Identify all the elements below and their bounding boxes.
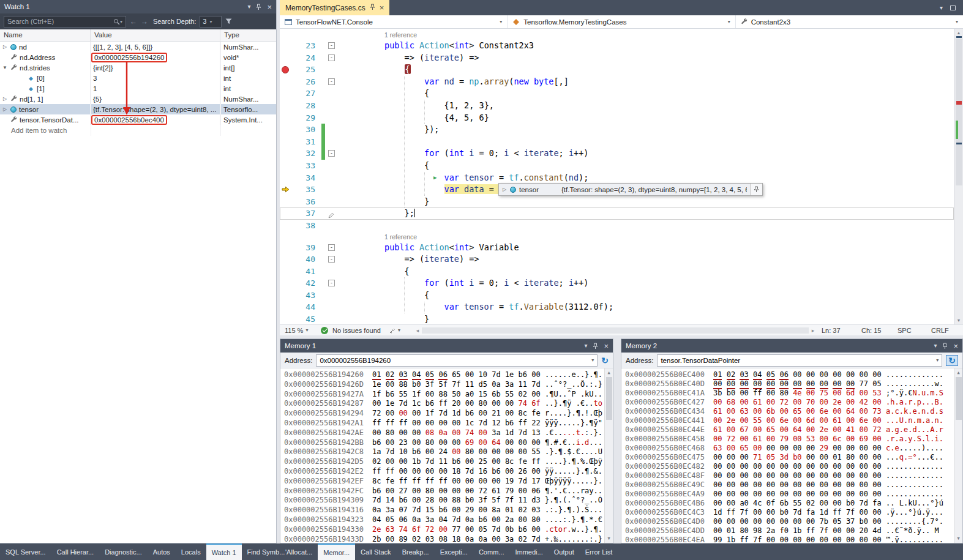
breakpoint-margin[interactable]: [280, 184, 292, 196]
close-icon[interactable]: ×: [604, 342, 609, 350]
memory-row[interactable]: 0x000002556B1942E2ff ff 00 00 00 00 18 7…: [284, 467, 603, 477]
code-text[interactable]: });: [337, 124, 954, 136]
run-to-cursor-icon[interactable]: ▶: [433, 172, 437, 184]
code-text[interactable]: }: [337, 196, 954, 208]
breakpoint-margin[interactable]: [280, 100, 292, 112]
window-position-icon[interactable]: ▾: [934, 343, 937, 349]
line-number[interactable]: 41: [292, 266, 321, 278]
line-number[interactable]: 43: [292, 289, 321, 302]
memory-row[interactable]: 0x000002556B1943097d 14 b6 00 28 00 88 b…: [284, 496, 603, 506]
scrollbar-thumb[interactable]: [606, 377, 612, 420]
scrollbar-thumb[interactable]: [956, 39, 962, 185]
line-number[interactable]: 35: [292, 184, 321, 196]
memory-row[interactable]: 0x000002556B0EC4A900 00 00 00 00 00 00 0…: [625, 490, 953, 499]
line-number[interactable]: 25: [292, 64, 321, 76]
window-position-icon[interactable]: ▾: [584, 343, 587, 349]
health-check-icon[interactable]: [321, 327, 328, 334]
memory2-address-input[interactable]: tensor.TensorDataPointer ▾: [657, 354, 942, 367]
line-number[interactable]: 40: [292, 253, 321, 266]
datatip-pin-icon[interactable]: [750, 184, 762, 195]
expander-icon[interactable]: ▷: [2, 106, 8, 112]
line-number[interactable]: 36: [292, 196, 321, 208]
zoom-select[interactable]: 115 %▾: [285, 327, 317, 334]
line-number[interactable]: 30: [292, 124, 321, 136]
memory1-title-bar[interactable]: Memory 1 ▾ ×: [280, 339, 613, 353]
memory-row[interactable]: 0x000002556B0EC40D00 00 00 00 00 00 00 0…: [625, 379, 953, 389]
bottom-tab-allocat[interactable]: 'Allocat...: [280, 543, 318, 560]
watch-row[interactable]: ◆[1]1int: [0, 83, 276, 94]
memory-row[interactable]: 0x000002556B1942BBb6 00 23 00 80 00 00 6…: [284, 438, 603, 448]
scroll-up-icon[interactable]: ▲: [954, 370, 962, 375]
memory-row[interactable]: 0x000002556B0EC48F00 00 00 00 00 00 00 0…: [625, 471, 953, 480]
breakpoint-margin[interactable]: [280, 52, 292, 64]
memory2-title-bar[interactable]: Memory 2 ▾ ×: [621, 339, 962, 353]
code-text[interactable]: => (iterate) =>: [337, 253, 954, 266]
fold-toggle[interactable]: -: [328, 256, 335, 263]
memory-row[interactable]: 0x000002556B19429472 00 00 00 1f 7d 1d b…: [284, 409, 603, 419]
bottom-tab-sql-server[interactable]: SQL Server...: [0, 543, 51, 560]
line-number[interactable]: 45: [292, 313, 321, 324]
watch-row[interactable]: tensor.TensorDat...0x000002556b0ec400Sys…: [0, 114, 276, 125]
fold-toggle[interactable]: -: [328, 150, 335, 157]
breakpoint-margin[interactable]: [280, 147, 292, 160]
breakpoint-margin[interactable]: [280, 277, 292, 289]
search-options-icon[interactable]: ▾: [120, 19, 122, 24]
line-number[interactable]: 32: [292, 147, 321, 160]
pin-icon[interactable]: [593, 343, 598, 349]
search-input[interactable]: Search (Ctrl+E) ▾: [4, 16, 126, 28]
memory-row[interactable]: 0x000002556B0EC44E61 00 67 00 65 00 64 0…: [625, 425, 953, 435]
bottom-tab-call-hierar[interactable]: Call Hierar...: [51, 543, 100, 560]
expander-icon[interactable]: ▼: [2, 65, 8, 70]
memory-row[interactable]: 0x000002556B0EC47500 00 00 71 05 3d b0 0…: [625, 453, 953, 462]
pin-icon[interactable]: [942, 343, 948, 349]
scroll-right-icon[interactable]: ▸: [809, 327, 817, 334]
code-text[interactable]: [337, 220, 954, 232]
code-text[interactable]: {: [337, 160, 954, 172]
breakpoint-margin[interactable]: [280, 40, 292, 52]
line-number[interactable]: 33: [292, 160, 321, 172]
scroll-up-icon[interactable]: ▲: [954, 31, 963, 35]
memory-row[interactable]: 0x000002556B0EC45B00 72 00 61 00 79 00 5…: [625, 435, 953, 444]
health-status[interactable]: No issues found: [332, 327, 381, 334]
breakpoint-margin[interactable]: [280, 242, 292, 254]
breakpoint-margin[interactable]: [280, 207, 292, 220]
scroll-left-icon[interactable]: ◂: [413, 327, 422, 334]
memory-row[interactable]: 0x000002556B19432304 05 06 0a 3a 04 7d 0…: [284, 515, 603, 525]
type-dropdown[interactable]: Tensorflow.MemoryTestingCases ▾: [508, 15, 735, 28]
code-text[interactable]: public Action<int> Variable: [337, 242, 954, 254]
breakpoint-margin[interactable]: [280, 88, 292, 100]
memory-row[interactable]: 0x000002556B0EC49C00 00 00 00 00 00 00 0…: [625, 480, 953, 490]
watch-row[interactable]: ◆[0]3int: [0, 73, 276, 83]
breakpoint-margin[interactable]: [280, 220, 292, 232]
scroll-down-icon[interactable]: ▼: [954, 318, 963, 323]
memory-row[interactable]: 0x000002556B1942D502 00 00 1b 7d 11 b6 0…: [284, 457, 603, 467]
expander-icon[interactable]: ▷: [2, 44, 8, 50]
hscrollbar-thumb[interactable]: [422, 327, 809, 334]
memory2-grid[interactable]: 0x000002556B0EC40001 02 03 04 05 06 00 0…: [621, 368, 962, 543]
datatip[interactable]: ▷ tensor {tf.Tensor: shape=(2, 3), dtype…: [498, 183, 763, 196]
bottom-tab-immedi[interactable]: Immedi...: [509, 543, 548, 560]
memory-row[interactable]: 0x000002556B0EC41A3b b0 00 ff 00 80 4e 0…: [625, 389, 953, 398]
codelens-references[interactable]: 1 reference: [337, 232, 954, 242]
search-prev-icon[interactable]: ←: [130, 18, 137, 25]
fold-toggle[interactable]: -: [328, 42, 335, 49]
bottom-tab-excepti[interactable]: Excepti...: [435, 543, 473, 560]
breakpoint-margin[interactable]: [280, 160, 292, 172]
current-statement-icon[interactable]: [282, 186, 290, 193]
line-number[interactable]: 31: [292, 136, 321, 148]
bottom-tab-memor[interactable]: Memor...: [318, 543, 355, 560]
memory-scrollbar[interactable]: ▲ ▼: [954, 368, 962, 543]
code-text[interactable]: {4, 5, 6}: [337, 112, 954, 124]
memory-row[interactable]: 0x000002556B0EC4EA99 1b ff 7f 00 00 00 0…: [625, 536, 953, 543]
memory-row[interactable]: 0x000002556B19426D1e 00 88 b0 3f 5f 7f 1…: [284, 380, 603, 390]
memory-scrollbar[interactable]: ▲ ▼: [604, 368, 613, 543]
memory-row[interactable]: 0x000002556B1942C81a 7d 10 b6 00 24 00 8…: [284, 447, 603, 457]
code-text[interactable]: {1, 2, 3},: [337, 100, 954, 112]
line-number[interactable]: 38: [292, 220, 321, 232]
memory-row[interactable]: 0x000002556B0EC4B600 00 a0 4c 0f 6b 55 0…: [625, 499, 953, 508]
watch-add-row[interactable]: Add item to watch: [0, 125, 276, 135]
scroll-up-icon[interactable]: ▲: [605, 370, 613, 375]
breakpoint-margin[interactable]: [280, 172, 292, 184]
horizontal-scrollbar[interactable]: ◂ ▸: [413, 325, 817, 335]
memory-row[interactable]: 0x000002556B0EC4C31d ff 7f 00 00 b0 7d f…: [625, 508, 953, 517]
